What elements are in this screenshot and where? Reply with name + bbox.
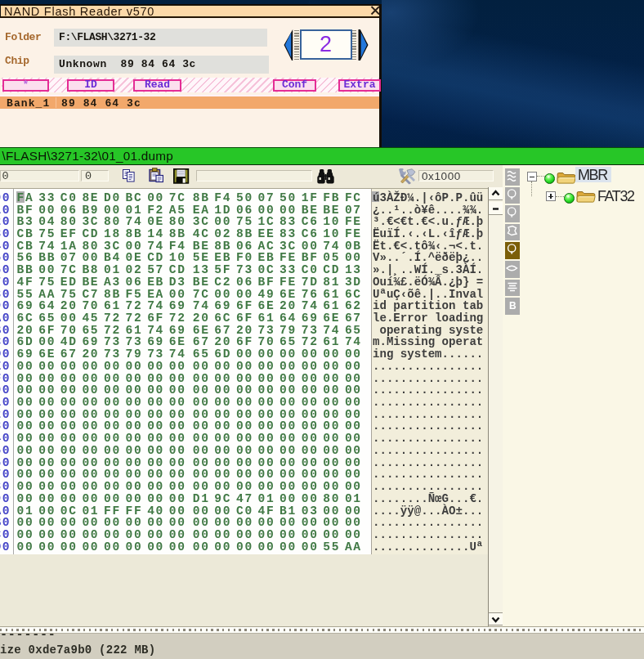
svg-text:B: B — [509, 300, 517, 312]
